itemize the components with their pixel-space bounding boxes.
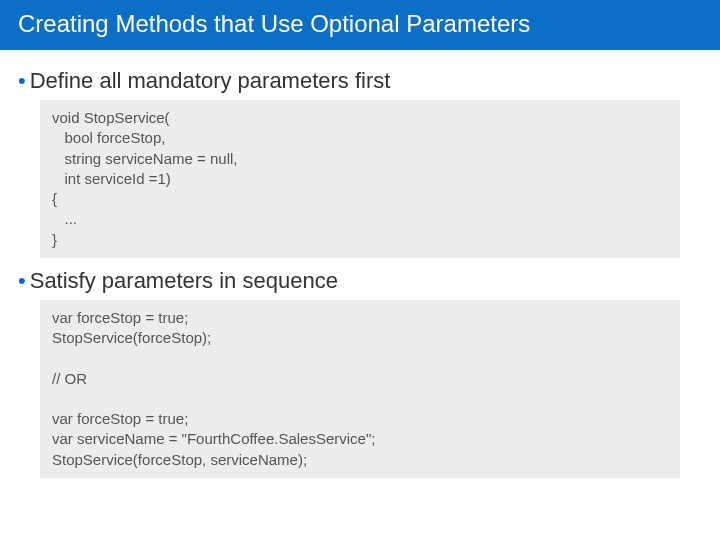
slide-title: Creating Methods that Use Optional Param…: [0, 0, 720, 50]
code-block-2: var forceStop = true; StopService(forceS…: [40, 300, 680, 478]
bullet-item: • Satisfy parameters in sequence: [18, 268, 702, 294]
bullet-marker: •: [18, 70, 26, 92]
code-block-1: void StopService( bool forceStop, string…: [40, 100, 680, 258]
slide-body: • Define all mandatory parameters first …: [0, 50, 720, 478]
bullet-marker: •: [18, 270, 26, 292]
bullet-text: Satisfy parameters in sequence: [30, 268, 338, 294]
bullet-item: • Define all mandatory parameters first: [18, 68, 702, 94]
bullet-text: Define all mandatory parameters first: [30, 68, 391, 94]
